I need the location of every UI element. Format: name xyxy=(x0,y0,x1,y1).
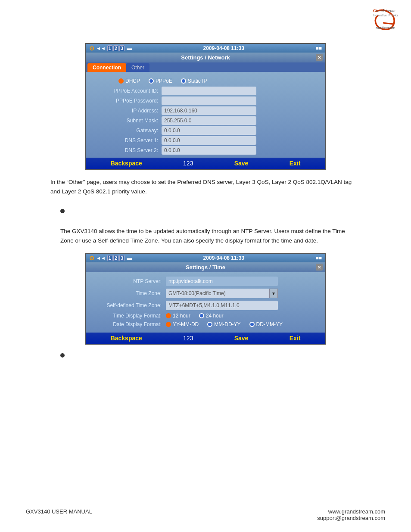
input-pppoe-password[interactable] xyxy=(162,96,256,105)
titlebar-2: Settings / Time ✕ xyxy=(86,262,325,272)
radio-dot-mmddyy xyxy=(207,322,212,327)
field-selfdefined-tz: Self-defined Time Zone: xyxy=(93,301,318,310)
connection-type-radios: DHCP PPPoE Static IP xyxy=(93,75,318,87)
radio-ddmmyy[interactable]: DD-MM-YY xyxy=(249,321,283,327)
radio-dot-pppoe xyxy=(149,78,154,84)
save-button-1[interactable]: Save xyxy=(234,160,249,167)
radio-24hour[interactable]: 24 hour xyxy=(199,313,224,319)
input-pppoe-account[interactable] xyxy=(162,87,256,95)
exit-button-1[interactable]: Exit xyxy=(290,160,301,167)
field-pppoe-password: PPPoE Password: xyxy=(93,96,318,105)
radio-staticip[interactable]: Static IP xyxy=(181,78,207,84)
radio-dhcp[interactable]: DHCP xyxy=(118,78,140,84)
time-format-radios: 12 hour 24 hour xyxy=(166,313,223,319)
bullet-dot-2 xyxy=(60,353,65,358)
save-button-2[interactable]: Save xyxy=(234,335,249,342)
input-selfdefined-tz[interactable] xyxy=(166,301,278,310)
status-left-1: ⊙ ◄◄ 1 2 3 ▬ xyxy=(89,45,132,52)
input-gateway[interactable] xyxy=(162,126,256,135)
titlebar-1: Settings / Network ✕ xyxy=(86,53,325,62)
input-ntp[interactable] xyxy=(166,277,278,286)
tab-connection[interactable]: Connection xyxy=(87,63,126,72)
footer-website: www.grandstream.com xyxy=(317,508,385,515)
radio-mmddyy[interactable]: MM-DD-YY xyxy=(207,321,240,327)
status-battery-1: ■■ xyxy=(315,45,322,51)
status-datetime-1: 2009-04-08 11:33 xyxy=(203,45,244,51)
radio-dot-yymmdd xyxy=(166,322,171,327)
network-body: DHCP PPPoE Static IP PPPoE Account ID: P… xyxy=(86,72,325,158)
screen-footer-2: Backspace 123 Save Exit xyxy=(86,333,325,344)
backspace-button-1[interactable]: Backspace xyxy=(111,160,142,167)
statusbar-2: ⊙ ◄◄ 1 2 3 ▬ 2009-04-08 11:33 ■■ xyxy=(86,254,325,262)
label-time-format: Time Display Format: xyxy=(93,313,166,319)
input-timezone[interactable] xyxy=(166,289,269,298)
field-gateway: Gateway: xyxy=(93,126,318,135)
footer-left: GXV3140 USER MANUAL xyxy=(26,508,92,521)
radio-dot-ddmmyy xyxy=(249,322,255,327)
label-timezone: Time Zone: xyxy=(93,290,166,296)
timezone-dropdown-arrow[interactable]: ▼ xyxy=(269,289,278,298)
status-num-2: 2 xyxy=(113,45,118,51)
page-footer: GXV3140 USER MANUAL www.grandstream.com … xyxy=(0,508,411,521)
label-gateway: Gateway: xyxy=(93,128,162,134)
date-format-radios: YY-MM-DD MM-DD-YY DD-MM-YY xyxy=(166,321,283,327)
status-num-5: 2 xyxy=(113,255,118,261)
num-button-1[interactable]: 123 xyxy=(183,160,193,167)
bullet-dot-1 xyxy=(60,209,65,213)
field-dns1: DNS Server 1: xyxy=(93,136,318,145)
field-pppoe-account: PPPoE Account ID: xyxy=(93,87,318,95)
label-ntp: NTP Server: xyxy=(93,278,166,284)
label-selfdefined-tz: Self-defined Time Zone: xyxy=(93,302,166,308)
radio-12hour[interactable]: 12 hour xyxy=(166,313,190,319)
tabs-1: Connection Other xyxy=(86,62,325,72)
network-screen: ⊙ ◄◄ 1 2 3 ▬ 2009-04-08 11:33 ■■ Setting… xyxy=(85,43,326,170)
input-dns1[interactable] xyxy=(162,136,256,145)
svg-text:randstream: randstream xyxy=(376,8,395,13)
footer-support: support@grandstream.com xyxy=(317,515,385,521)
description-1: In the “Other” page, users may choose to… xyxy=(50,177,361,196)
field-dns2: DNS Server 2: xyxy=(93,146,318,155)
bullet-2 xyxy=(52,353,359,362)
svg-text:randstream: randstream xyxy=(376,26,395,30)
tab-other[interactable]: Other xyxy=(126,63,149,72)
bullet-1 xyxy=(52,209,359,218)
status-num-6: 3 xyxy=(119,255,125,261)
radio-dot-24hour xyxy=(199,313,204,318)
status-num-4: 1 xyxy=(107,255,112,261)
field-ip-address: IP Address: xyxy=(93,106,318,115)
radio-dot-dhcp xyxy=(118,78,124,84)
radio-pppoe[interactable]: PPPoE xyxy=(149,78,172,84)
label-subnet-mask: Subnet Mask: xyxy=(93,118,162,124)
radio-dot-staticip xyxy=(181,78,186,84)
radio-yymmdd[interactable]: YY-MM-DD xyxy=(166,321,199,327)
time-screen: ⊙ ◄◄ 1 2 3 ▬ 2009-04-08 11:33 ■■ Setting… xyxy=(85,253,326,345)
status-num-3: 3 xyxy=(119,45,125,51)
svg-text:Innovative IP Voice & Video: Innovative IP Voice & Video xyxy=(373,14,398,17)
field-timezone: Time Zone: ▼ xyxy=(93,289,318,298)
status-datetime-2: 2009-04-08 11:33 xyxy=(203,255,244,261)
status-battery-2: ■■ xyxy=(315,255,322,261)
timezone-select-wrapper: ▼ xyxy=(166,289,278,298)
label-pppoe-password: PPPoE Password: xyxy=(93,98,162,104)
description-2: The GXV3140 allows the time to be update… xyxy=(60,227,359,245)
field-date-format: Date Display Format: YY-MM-DD MM-DD-YY D… xyxy=(93,321,318,327)
input-subnet-mask[interactable] xyxy=(162,116,256,125)
field-subnet-mask: Subnet Mask: xyxy=(93,116,318,125)
label-dns2: DNS Server 2: xyxy=(93,147,162,153)
backspace-button-2[interactable]: Backspace xyxy=(111,335,142,342)
status-num-1: 1 xyxy=(107,45,112,51)
grandstream-logo: randstream G randstream Innovative IP Vo… xyxy=(342,8,398,33)
statusbar-1: ⊙ ◄◄ 1 2 3 ▬ 2009-04-08 11:33 ■■ xyxy=(86,44,325,53)
close-button-2[interactable]: ✕ xyxy=(316,264,323,271)
label-ip-address: IP Address: xyxy=(93,108,162,114)
field-time-format: Time Display Format: 12 hour 24 hour xyxy=(93,313,318,319)
input-ip-address[interactable] xyxy=(162,106,256,115)
exit-button-2[interactable]: Exit xyxy=(290,335,301,342)
label-pppoe-account: PPPoE Account ID: xyxy=(93,88,162,94)
num-button-2[interactable]: 123 xyxy=(183,335,193,342)
label-dns1: DNS Server 1: xyxy=(93,137,162,143)
input-dns2[interactable] xyxy=(162,146,256,155)
footer-right: www.grandstream.com support@grandstream.… xyxy=(317,508,385,521)
close-button-1[interactable]: ✕ xyxy=(316,54,323,61)
screen-footer-1: Backspace 123 Save Exit xyxy=(86,158,325,169)
